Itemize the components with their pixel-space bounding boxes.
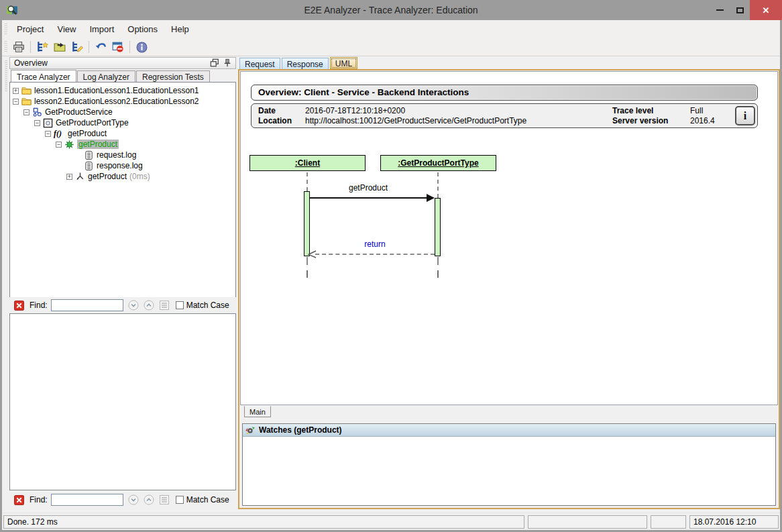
- message-return-label[interactable]: return: [315, 240, 435, 249]
- lifeline-head-getproductporttype[interactable]: :GetProductPortType: [380, 155, 496, 171]
- close-button[interactable]: ✕: [750, 0, 782, 20]
- find-close-icon[interactable]: [14, 301, 24, 311]
- match-case-checkbox[interactable]: [176, 496, 184, 504]
- activation-bar-getproductporttype[interactable]: [435, 198, 441, 256]
- find-previous-icon[interactable]: [144, 300, 154, 311]
- tab-main[interactable]: Main: [244, 406, 271, 417]
- expander-icon[interactable]: +: [13, 88, 19, 94]
- tree-item-label: getProduct: [88, 172, 127, 181]
- restore-icon[interactable]: [210, 58, 219, 68]
- find-close-icon[interactable]: [14, 495, 24, 505]
- statusbar: Done. 172 ms 18.07.2016 12:10: [2, 513, 780, 530]
- find-previous-icon[interactable]: [144, 494, 154, 505]
- find-input[interactable]: [51, 494, 123, 506]
- tree-item-getproduct-operation[interactable]: − f() getProduct: [10, 128, 235, 139]
- menu-view[interactable]: View: [50, 22, 82, 36]
- content-area: Overview Trace Analyzer Log Analyzer Reg…: [2, 56, 780, 513]
- overview-panel-title: Overview: [14, 58, 48, 68]
- minimize-button[interactable]: [710, 0, 730, 20]
- import-model-icon: [54, 41, 66, 53]
- log-icon: [84, 161, 94, 171]
- message-call-label[interactable]: getProduct: [310, 183, 427, 193]
- highlight-all-icon[interactable]: [159, 494, 170, 505]
- tree-item-request-log[interactable]: request.log: [10, 150, 235, 160]
- trace-info-button[interactable]: i: [735, 106, 755, 125]
- match-case-checkbox[interactable]: [176, 301, 184, 309]
- toolbar: [2, 38, 780, 56]
- expander-icon[interactable]: −: [34, 120, 40, 126]
- arrowhead-right-icon: [427, 194, 435, 202]
- edit-model-button[interactable]: [68, 39, 86, 55]
- dock-grip[interactable]: [5, 60, 7, 91]
- toolbar-grip[interactable]: [4, 41, 7, 53]
- tree-item-label: getProduct: [68, 129, 107, 138]
- match-case-label: Match Case: [186, 495, 229, 504]
- tab-trace-analyzer[interactable]: Trace Analyzer: [11, 70, 76, 82]
- tree-item-getproduct-call[interactable]: + getProduct (0ms): [10, 171, 235, 182]
- expander-icon[interactable]: −: [23, 109, 30, 115]
- right-tabbar: Request Response UML: [239, 57, 359, 69]
- find-label: Find:: [30, 301, 48, 310]
- folder-icon: [21, 97, 32, 107]
- new-model-button[interactable]: [34, 39, 51, 55]
- tree-item-getproductporttype[interactable]: − GetProductPortType: [10, 117, 235, 128]
- expander-icon[interactable]: +: [66, 174, 72, 180]
- menu-import[interactable]: Import: [82, 22, 121, 36]
- lifeline-end-getproductporttype: [437, 270, 439, 278]
- lifeline-getproductporttype: [437, 257, 439, 265]
- lifeline-head-client[interactable]: :Client: [249, 155, 366, 171]
- menu-options[interactable]: Options: [121, 22, 164, 36]
- tree-item-getproduct-trace[interactable]: − getProduct: [10, 139, 235, 150]
- tab-regression-tests[interactable]: Regression Tests: [136, 70, 210, 83]
- find-input[interactable]: [51, 299, 123, 311]
- tree-item-response-log[interactable]: response.log: [10, 160, 235, 171]
- print-icon: [13, 41, 25, 53]
- sequence-diagram-view: Overview: Client - Service - Backend Int…: [240, 71, 778, 405]
- find-next-icon[interactable]: [128, 494, 139, 505]
- highlight-all-icon[interactable]: [159, 300, 170, 311]
- trace-info-box: Date 2016-07-18T12:10:18+0200 Trace leve…: [251, 103, 758, 128]
- expander-icon[interactable]: −: [56, 142, 62, 148]
- tab-request[interactable]: Request: [239, 58, 280, 70]
- message-return-line: [315, 254, 435, 255]
- watches-icon: [245, 425, 255, 435]
- tree-item-getproductservice[interactable]: − GetProductService: [10, 107, 235, 117]
- info-button[interactable]: [133, 39, 150, 55]
- service-icon: [32, 107, 42, 117]
- app-window: E2E Analyzer - Trace Analyzer: Education…: [0, 0, 782, 532]
- titlebar: E2E Analyzer - Trace Analyzer: Education…: [0, 0, 782, 20]
- maximize-button[interactable]: [730, 0, 750, 20]
- undo-button[interactable]: [92, 39, 109, 55]
- info-icon: [136, 42, 148, 53]
- function-icon: f(): [54, 129, 66, 139]
- uml-tab-panel: Overview: Client - Service - Backend Int…: [238, 69, 780, 509]
- find-next-icon[interactable]: [128, 300, 139, 311]
- lifeline-client: [306, 172, 308, 191]
- menu-project[interactable]: Project: [10, 22, 50, 36]
- expander-icon[interactable]: −: [45, 131, 51, 137]
- print-button[interactable]: [10, 39, 27, 55]
- tree-item-label: GetProductPortType: [56, 118, 129, 127]
- tree-item-label: GetProductService: [45, 107, 113, 117]
- server-version-label: Server version: [612, 116, 687, 126]
- activation-bar-client[interactable]: [304, 191, 310, 256]
- status-datetime: 18.07.2016 12:10: [689, 515, 779, 529]
- find-bar-top: Find: Match Case: [9, 297, 236, 313]
- tree-item-lesson1[interactable]: + lesson1.EducationLesson1.EducationLess…: [10, 85, 235, 96]
- undo-icon: [95, 41, 107, 53]
- expander-icon[interactable]: −: [13, 99, 19, 105]
- tab-log-analyzer[interactable]: Log Analyzer: [77, 70, 135, 83]
- tree-item-lesson2[interactable]: − lesson2.EducationLesson2.EducationLess…: [10, 96, 235, 107]
- tree-item-label-selected: getProduct: [77, 140, 119, 149]
- close-connection-button[interactable]: [109, 39, 127, 55]
- menu-help[interactable]: Help: [164, 22, 196, 36]
- edit-model-icon: [71, 41, 83, 53]
- log-icon: [84, 150, 94, 160]
- pin-icon[interactable]: [223, 58, 232, 68]
- import-model-button[interactable]: [51, 39, 68, 55]
- match-case-label: Match Case: [186, 301, 229, 310]
- menubar-grip[interactable]: [4, 23, 7, 36]
- trace-level-value: Full: [690, 106, 729, 116]
- tab-response[interactable]: Response: [282, 58, 329, 70]
- tab-uml[interactable]: UML: [330, 57, 357, 69]
